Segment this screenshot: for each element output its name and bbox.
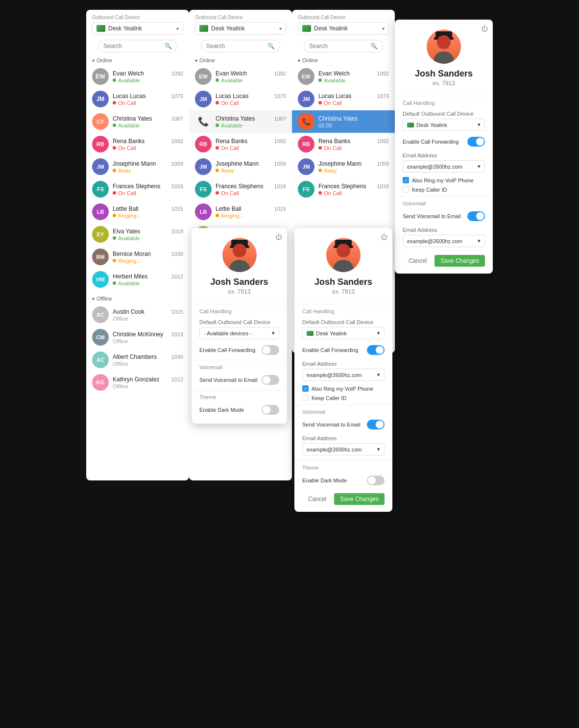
status-dot — [318, 191, 322, 195]
contact-name: Christine McKinney — [113, 331, 163, 338]
send-voicemail-toggle-3[interactable] — [367, 420, 385, 429]
email-select-3[interactable]: example@2600hz.com ▾ — [302, 369, 385, 381]
modal-header-4: ⏻ Josh Sanders ex. 7913 — [395, 20, 493, 94]
contact-item[interactable]: JM Lucas Lucas 1073 On Call — [86, 88, 189, 110]
also-ring-checkbox-4[interactable] — [403, 177, 409, 183]
keep-caller-checkbox-4[interactable] — [403, 186, 409, 193]
call-handling-section-4: Call Handling — [395, 96, 493, 108]
contact-item[interactable]: JM Lucas Lucas 1073 On Call — [292, 88, 395, 110]
contact-item[interactable]: BM Bernice Moran 1030 Ringing... — [86, 246, 189, 268]
power-icon[interactable]: ⏻ — [381, 233, 387, 241]
search-input[interactable] — [206, 43, 265, 50]
call-forwarding-toggle-3[interactable] — [367, 345, 385, 355]
contact-item-active[interactable]: 📞 Christina Yates 02:39 — [292, 110, 395, 133]
field-label: Email Address — [403, 152, 485, 158]
call-forwarding-toggle-4[interactable] — [467, 137, 485, 147]
also-ring-row-3: Also Ring my VoIP Phone — [294, 384, 392, 393]
contact-item[interactable]: FS Frances Stephens 1018 On Call — [292, 178, 395, 201]
status-dot — [113, 236, 116, 240]
theme-section-3: Theme — [294, 460, 392, 473]
cancel-button-3[interactable]: Cancel — [304, 493, 330, 505]
field-label: Default Outbound Call Device — [403, 111, 485, 117]
power-icon[interactable]: ⏻ — [275, 233, 282, 241]
outbound-select[interactable]: - Available devices - ▾ — [199, 327, 279, 339]
outbound-select-3[interactable]: Desk Yealink ▾ — [302, 327, 385, 339]
modal-name-3: Josh Sanders — [302, 277, 385, 287]
contact-item[interactable]: CM Christine McKinney 1019 Offline — [86, 326, 189, 349]
send-voicemail-toggle[interactable] — [262, 375, 279, 385]
status-text: Available — [118, 77, 140, 83]
settings-modal-3: ⏻ Josh Sanders ex. 7913 Call Handling De… — [294, 228, 392, 512]
avatar: LB — [195, 203, 212, 220]
default-outbound-field: Default Outbound Call Device - Available… — [192, 316, 287, 342]
save-button-4[interactable]: Save Changes — [434, 255, 485, 267]
contact-item[interactable]: LB Lettie Ball 1015 Ringing... — [86, 201, 189, 223]
send-voicemail-toggle-4[interactable] — [467, 211, 485, 221]
cancel-button-4[interactable]: Cancel — [405, 255, 431, 267]
dark-mode-toggle-3[interactable] — [367, 476, 385, 485]
save-button-3[interactable]: Save Changes — [334, 493, 385, 505]
contact-item[interactable]: RB Rena Banks 1092 On Call — [292, 133, 395, 155]
contact-item[interactable]: FS Frances Stephens 1018 On Call — [86, 178, 189, 201]
search-box: 🔍 — [98, 40, 177, 52]
toggle-knob — [263, 406, 270, 414]
contact-item[interactable]: EY Elva Yates 1019 Available — [86, 223, 189, 246]
contact-item[interactable]: JM Josephine Mann 1059 Away — [189, 155, 292, 178]
contact-item[interactable]: EW Evan Welch 1092 Available — [86, 65, 189, 88]
contact-info: Christina Yates 1067 Available — [216, 115, 286, 128]
keep-caller-checkbox-3[interactable] — [302, 395, 309, 401]
contact-info: Josephine Mann 1059 Away — [113, 160, 183, 174]
device-name: Desk Yealink — [211, 25, 245, 32]
status-text: Ringing... — [221, 213, 243, 219]
contact-ext: 1015 — [171, 309, 183, 315]
outbound-value-4: Desk Yealink — [416, 122, 447, 128]
contact-item[interactable]: RB Rena Banks 1092 On Call — [189, 133, 292, 155]
contact-item[interactable]: AC Austin Cook 1015 Offline — [86, 303, 189, 326]
person-head — [337, 244, 350, 257]
search-box: 🔍 — [304, 40, 383, 52]
contact-info: Austin Cook 1015 Offline — [113, 308, 183, 322]
contact-item[interactable]: AC Albert Chambers 1030 Offline — [86, 349, 189, 371]
power-icon[interactable]: ⏻ — [481, 25, 488, 32]
contact-item[interactable]: FS Frances Stephens 1018 On Call — [189, 178, 292, 201]
contact-item[interactable]: EW Evan Welch 1092 Available — [292, 65, 395, 88]
device-select[interactable]: Desk Yealink ▾ — [195, 22, 286, 35]
outbound-value: - Available devices - — [204, 330, 252, 336]
also-ring-checkbox-3[interactable] — [302, 385, 309, 392]
contact-item[interactable]: RB Rena Banks 1092 On Call — [86, 133, 189, 155]
outbound-select-4[interactable]: Desk Yealink ▾ — [403, 119, 485, 131]
device-select[interactable]: Desk Yealink ▾ — [298, 22, 389, 35]
avatar: FS — [92, 181, 109, 198]
contact-item[interactable]: KG Kathryn Gonzalez 1012 Offline — [86, 371, 189, 394]
contact-name: Lettie Ball — [216, 205, 241, 212]
email-select-4[interactable]: example@2600hz.com ▾ — [403, 160, 485, 173]
yealink-icon — [199, 25, 208, 32]
contact-item[interactable]: CY Christina Yates 1067 Available — [86, 110, 189, 133]
contact-ext: 1092 — [377, 138, 389, 144]
email2-select-3[interactable]: example@2600hz.com ▾ — [302, 443, 385, 455]
search-input[interactable] — [103, 43, 162, 50]
status-text: Away — [118, 168, 131, 174]
contact-name: Rena Banks — [216, 138, 247, 145]
contact-item[interactable]: JM Josephine Mann 1059 Away — [86, 155, 189, 178]
contact-item[interactable]: JM Lucas Lucas 1073 On Call — [189, 88, 292, 110]
contact-ext: 1015 — [274, 206, 286, 212]
device-name: Desk Yealink — [108, 25, 142, 32]
avatar: CM — [92, 329, 109, 346]
contact-item[interactable]: HM Herbert Miles 1012 Available — [86, 268, 189, 291]
status-dot — [113, 124, 116, 127]
search-input[interactable] — [309, 43, 367, 50]
call-forwarding-toggle[interactable] — [262, 345, 279, 355]
device-name: Desk Yealink — [314, 25, 348, 32]
modal-actions-3: Cancel Save Changes — [294, 488, 392, 512]
email2-select-4[interactable]: example@2600hz.com ▾ — [403, 235, 485, 247]
yealink-icon — [307, 331, 314, 336]
device-select[interactable]: Desk Yealink ▾ — [92, 22, 183, 35]
contact-item-hover[interactable]: 📞 Christina Yates 1067 Available — [189, 110, 292, 133]
dark-mode-toggle[interactable] — [262, 405, 279, 415]
contact-item[interactable]: LB Lettie Ball 1015 Ringing... — [189, 201, 292, 223]
avatar: EW — [298, 68, 314, 85]
contact-item[interactable]: EW Evan Welch 1092 Available — [189, 65, 292, 88]
contact-ext: 1018 — [171, 183, 183, 189]
contact-item[interactable]: JM Josephine Mann 1059 Away — [292, 155, 395, 178]
